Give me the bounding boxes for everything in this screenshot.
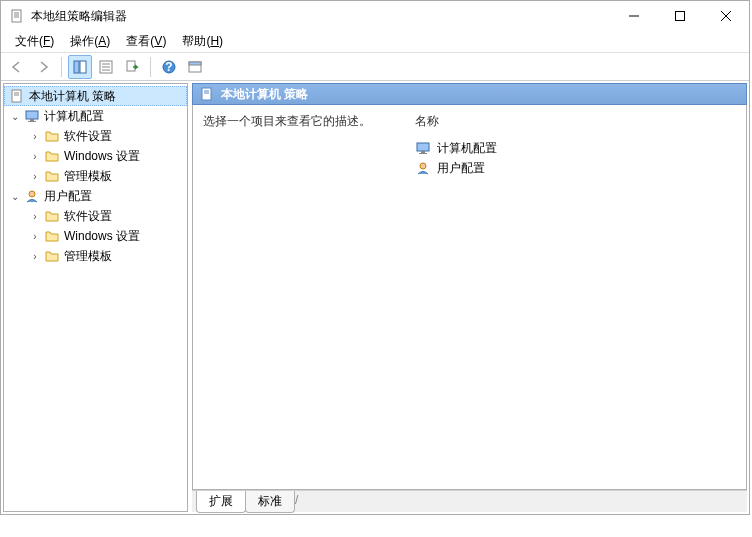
detail-header: 本地计算机 策略 (192, 83, 747, 105)
folder-icon (44, 248, 60, 264)
tree-computer-config[interactable]: ⌄ 计算机配置 (4, 106, 187, 126)
help-button[interactable]: ? (157, 55, 181, 79)
computer-icon (415, 140, 431, 156)
main-window: 本地组策略编辑器 文件(F) 操作(A) 查看(V) 帮助(H) ? 本地计算机… (0, 0, 750, 515)
expand-icon[interactable]: › (28, 229, 42, 243)
tree-computer-label: 计算机配置 (44, 108, 104, 125)
expand-icon[interactable]: › (28, 129, 42, 143)
svg-rect-19 (12, 90, 21, 102)
titlebar: 本地组策略编辑器 (1, 1, 749, 31)
main-area: 本地计算机 策略 ⌄ 计算机配置 › 软件设置 › Windows 设置 › 管… (1, 81, 749, 514)
svg-rect-26 (202, 88, 211, 100)
detail-list: 名称 计算机配置 用户配置 (403, 105, 746, 489)
folder-icon (44, 128, 60, 144)
svg-rect-5 (676, 12, 685, 21)
svg-rect-30 (421, 151, 425, 153)
svg-point-32 (420, 163, 426, 169)
collapse-icon[interactable]: ⌄ (8, 189, 22, 203)
tree-user-software[interactable]: › 软件设置 (4, 206, 187, 226)
toolbar-separator (150, 57, 151, 77)
tree-computer-admin[interactable]: › 管理模板 (4, 166, 187, 186)
svg-rect-24 (28, 121, 36, 122)
tree-computer-software[interactable]: › 软件设置 (4, 126, 187, 146)
minimize-button[interactable] (611, 1, 657, 31)
tree-root-label: 本地计算机 策略 (29, 88, 116, 105)
expand-icon[interactable]: › (28, 169, 42, 183)
export-button[interactable] (120, 55, 144, 79)
expand-icon[interactable]: › (28, 249, 42, 263)
folder-icon (44, 168, 60, 184)
collapse-icon[interactable]: ⌄ (8, 109, 22, 123)
filter-button[interactable] (183, 55, 207, 79)
detail-panel: 本地计算机 策略 选择一个项目来查看它的描述。 名称 计算机配置 用户配置 (192, 83, 747, 512)
svg-text:?: ? (165, 60, 172, 74)
svg-rect-8 (74, 61, 79, 73)
user-icon (24, 188, 40, 204)
svg-rect-9 (80, 61, 86, 73)
list-item-label: 计算机配置 (437, 140, 497, 157)
svg-point-25 (29, 191, 35, 197)
tree-user-windows[interactable]: › Windows 设置 (4, 226, 187, 246)
tree-panel[interactable]: 本地计算机 策略 ⌄ 计算机配置 › 软件设置 › Windows 设置 › 管… (3, 83, 188, 512)
user-icon (415, 160, 431, 176)
folder-icon (44, 208, 60, 224)
detail-header-title: 本地计算机 策略 (221, 86, 308, 103)
detail-tabs: 扩展 标准 / (192, 490, 747, 512)
svg-rect-18 (189, 62, 201, 65)
properties-button[interactable] (94, 55, 118, 79)
menu-view[interactable]: 查看(V) (118, 31, 174, 52)
list-item-user[interactable]: 用户配置 (411, 158, 738, 178)
computer-icon (24, 108, 40, 124)
toolbar-separator (61, 57, 62, 77)
tree-user-config[interactable]: ⌄ 用户配置 (4, 186, 187, 206)
document-icon (9, 88, 25, 104)
svg-rect-31 (419, 153, 427, 154)
expand-icon[interactable]: › (28, 149, 42, 163)
menu-file[interactable]: 文件(F) (7, 31, 62, 52)
tab-extended[interactable]: 扩展 (196, 491, 246, 513)
tab-standard[interactable]: 标准 (245, 491, 295, 513)
svg-rect-29 (417, 143, 429, 151)
detail-body: 选择一个项目来查看它的描述。 名称 计算机配置 用户配置 (192, 105, 747, 490)
menu-action[interactable]: 操作(A) (62, 31, 118, 52)
folder-icon (44, 148, 60, 164)
window-controls (611, 1, 749, 31)
forward-button[interactable] (31, 55, 55, 79)
tree-computer-windows[interactable]: › Windows 设置 (4, 146, 187, 166)
tree-root[interactable]: 本地计算机 策略 (4, 86, 187, 106)
folder-icon (44, 228, 60, 244)
back-button[interactable] (5, 55, 29, 79)
list-item-computer[interactable]: 计算机配置 (411, 138, 738, 158)
toolbar: ? (1, 53, 749, 81)
app-icon (9, 8, 25, 24)
tree-user-label: 用户配置 (44, 188, 92, 205)
column-name[interactable]: 名称 (411, 111, 738, 132)
maximize-button[interactable] (657, 1, 703, 31)
window-title: 本地组策略编辑器 (31, 8, 611, 25)
menu-help[interactable]: 帮助(H) (174, 31, 231, 52)
list-item-label: 用户配置 (437, 160, 485, 177)
svg-rect-22 (26, 111, 38, 119)
document-icon (199, 86, 215, 102)
close-button[interactable] (703, 1, 749, 31)
svg-rect-14 (127, 61, 135, 71)
show-tree-button[interactable] (68, 55, 92, 79)
tree-user-admin[interactable]: › 管理模板 (4, 246, 187, 266)
svg-rect-0 (12, 10, 21, 22)
menubar: 文件(F) 操作(A) 查看(V) 帮助(H) (1, 31, 749, 53)
expand-icon[interactable]: › (28, 209, 42, 223)
detail-description: 选择一个项目来查看它的描述。 (193, 105, 403, 489)
svg-rect-23 (30, 119, 34, 121)
